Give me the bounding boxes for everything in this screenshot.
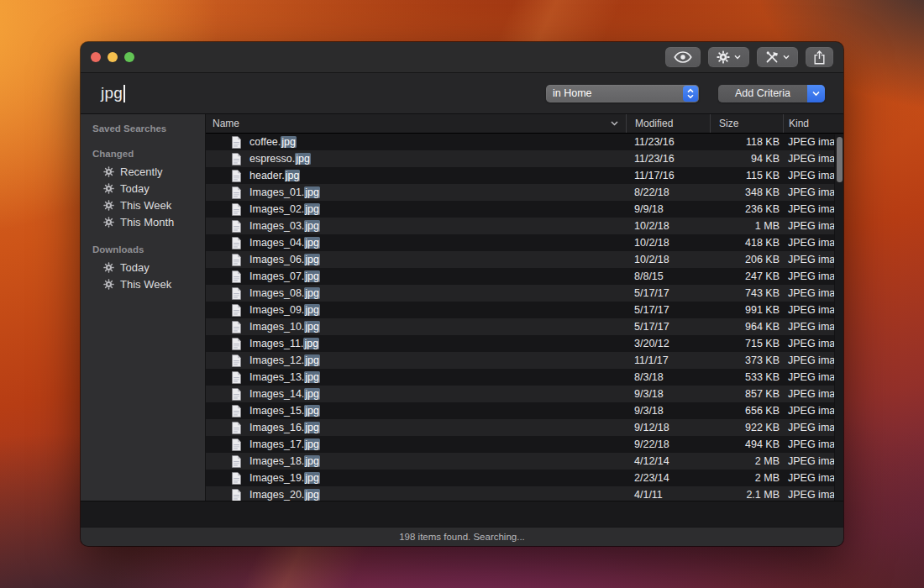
search-match-highlight: jpg xyxy=(304,388,320,400)
table-row[interactable]: Images_03.jpg 10/2/18 1 MB JPEG image xyxy=(206,218,843,234)
file-name: Images_11.jpg xyxy=(249,338,319,349)
results-pane: Name Modified Size Kind coffee.jpg 11/23… xyxy=(206,114,843,501)
search-match-highlight: jpg xyxy=(304,354,320,366)
table-row[interactable]: coffee.jpg 11/23/16 118 KB JPEG image xyxy=(206,134,843,150)
cell-modified: 11/23/16 xyxy=(626,136,710,148)
search-scope-popup[interactable]: in Home xyxy=(546,85,699,102)
table-row[interactable]: Images_07.jpg 8/8/15 247 KB JPEG image xyxy=(206,268,843,285)
document-icon xyxy=(231,237,242,249)
table-row[interactable]: Images_08.jpg 5/17/17 743 KB JPEG image xyxy=(206,285,843,302)
table-row[interactable]: Images_10.jpg 5/17/17 964 KB JPEG image xyxy=(206,318,843,335)
search-match-highlight: jpg xyxy=(304,304,320,316)
search-match-highlight: jpg xyxy=(304,220,320,232)
table-row[interactable]: Images_16.jpg 9/12/18 922 KB JPEG image xyxy=(206,419,843,436)
cell-name: Images_20.jpg xyxy=(206,489,626,501)
cell-size: 348 KB xyxy=(710,186,783,198)
file-name: Images_03.jpg xyxy=(249,220,320,232)
cell-name: Images_18.jpg xyxy=(206,455,626,468)
table-row[interactable]: Images_13.jpg 8/3/18 533 KB JPEG image xyxy=(206,369,843,386)
search-input[interactable]: jpg xyxy=(101,84,125,102)
smart-folder-gear-icon xyxy=(103,262,114,273)
vertical-scrollbar[interactable] xyxy=(834,134,843,501)
cell-name: Images_08.jpg xyxy=(206,287,626,300)
cell-name: Images_07.jpg xyxy=(206,270,626,283)
cell-size: 236 KB xyxy=(710,203,783,215)
minimize-button[interactable] xyxy=(108,52,118,62)
add-criteria-button[interactable]: Add Criteria xyxy=(718,85,825,102)
cell-name: Images_01.jpg xyxy=(206,186,626,199)
cell-name: Images_15.jpg xyxy=(206,405,626,417)
column-header-modified[interactable]: Modified xyxy=(626,114,710,133)
table-row[interactable]: Images_04.jpg 10/2/18 418 KB JPEG image xyxy=(206,234,843,251)
close-button[interactable] xyxy=(91,52,101,62)
column-header-kind[interactable]: Kind xyxy=(783,114,843,133)
sidebar-section-items: Today This Week xyxy=(81,259,205,292)
table-row[interactable]: Images_11.jpg 3/20/12 715 KB JPEG image xyxy=(206,335,843,352)
share-button[interactable] xyxy=(806,47,833,67)
sidebar-item[interactable]: Today xyxy=(81,180,205,197)
table-row[interactable]: espresso.jpg 11/23/16 94 KB JPEG image xyxy=(206,150,843,167)
file-name: Images_16.jpg xyxy=(249,422,320,433)
cell-size: 2 MB xyxy=(710,472,783,484)
search-match-highlight: jpg xyxy=(304,438,320,450)
table-row[interactable]: Images_20.jpg 4/1/11 2.1 MB JPEG image xyxy=(206,486,843,501)
table-row[interactable]: Images_12.jpg 11/1/17 373 KB JPEG image xyxy=(206,352,843,369)
search-match-highlight: jpg xyxy=(304,186,320,198)
table-row[interactable]: Images_19.jpg 2/23/14 2 MB JPEG image xyxy=(206,470,843,486)
gear-icon xyxy=(717,50,730,64)
document-icon xyxy=(231,455,242,468)
action-menu-button[interactable] xyxy=(708,47,749,67)
table-row[interactable]: Images_09.jpg 5/17/17 991 KB JPEG image xyxy=(206,302,843,318)
table-row[interactable]: Images_18.jpg 4/12/14 2 MB JPEG image xyxy=(206,453,843,470)
column-header-size[interactable]: Size xyxy=(710,114,783,133)
search-match-highlight: jpg xyxy=(281,136,297,148)
sidebar-section: Changed Recently Today This Week This Mo… xyxy=(81,149,205,230)
scrollbar-thumb[interactable] xyxy=(837,137,843,182)
file-name: Images_20.jpg xyxy=(249,489,320,501)
table-row[interactable]: Images_14.jpg 9/3/18 857 KB JPEG image xyxy=(206,386,843,402)
quick-look-button[interactable] xyxy=(665,47,701,67)
sidebar-section: Downloads Today This Week xyxy=(81,244,205,292)
cell-modified: 11/17/16 xyxy=(626,170,710,181)
table-row[interactable]: Images_15.jpg 9/3/18 656 KB JPEG image xyxy=(206,402,843,419)
sidebar-item[interactable]: Recently xyxy=(81,163,205,180)
tools-icon xyxy=(765,51,779,64)
cell-size: 2.1 MB xyxy=(710,489,783,501)
sidebar-title: Saved Searches xyxy=(81,123,205,134)
cell-modified: 8/22/18 xyxy=(626,186,710,198)
cell-modified: 11/23/16 xyxy=(626,153,710,165)
sidebar-item[interactable]: This Week xyxy=(81,276,205,292)
zoom-button[interactable] xyxy=(124,52,134,62)
search-match-highlight: jpg xyxy=(295,153,311,165)
table-row[interactable]: Images_02.jpg 9/9/18 236 KB JPEG image xyxy=(206,201,843,218)
search-match-highlight: jpg xyxy=(304,455,320,467)
cell-modified: 9/3/18 xyxy=(626,388,710,400)
cell-name: Images_10.jpg xyxy=(206,321,626,333)
cell-modified: 2/23/14 xyxy=(626,472,710,484)
search-match-highlight: jpg xyxy=(304,287,320,299)
cell-size: 1 MB xyxy=(710,220,783,232)
sidebar: Saved Searches Changed Recently Today Th… xyxy=(81,114,206,501)
table-header: Name Modified Size Kind xyxy=(206,114,843,134)
file-name: Images_07.jpg xyxy=(249,270,320,282)
table-row[interactable]: header.jpg 11/17/16 115 KB JPEG image xyxy=(206,167,843,184)
document-icon xyxy=(231,371,242,384)
document-icon xyxy=(231,472,242,485)
column-header-name[interactable]: Name xyxy=(206,114,626,133)
sidebar-section-label: Changed xyxy=(81,149,205,159)
sidebar-item[interactable]: This Week xyxy=(81,197,205,213)
tools-menu-button[interactable] xyxy=(757,47,798,67)
table-row[interactable]: Images_17.jpg 9/22/18 494 KB JPEG image xyxy=(206,436,843,453)
file-name: Images_19.jpg xyxy=(249,472,320,484)
sidebar-item[interactable]: This Month xyxy=(81,213,205,230)
cell-name: Images_04.jpg xyxy=(206,237,626,249)
search-match-highlight: jpg xyxy=(304,270,320,282)
document-icon xyxy=(231,422,242,434)
table-row[interactable]: Images_06.jpg 10/2/18 206 KB JPEG image xyxy=(206,251,843,268)
sidebar-item[interactable]: Today xyxy=(81,259,205,276)
file-name: Images_08.jpg xyxy=(249,287,320,299)
smart-folder-gear-icon xyxy=(103,200,114,211)
table-row[interactable]: Images_01.jpg 8/22/18 348 KB JPEG image xyxy=(206,184,843,201)
file-name: Images_13.jpg xyxy=(249,371,320,383)
file-name: coffee.jpg xyxy=(249,136,297,148)
